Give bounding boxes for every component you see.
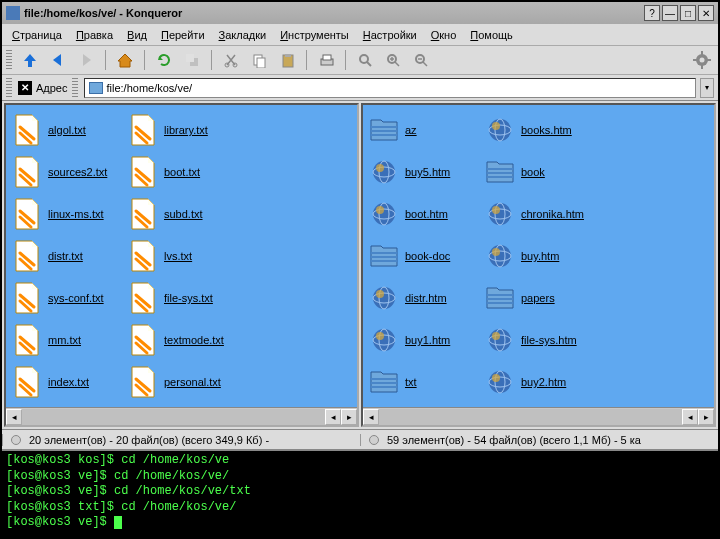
file-item[interactable]: library.txt [126, 109, 242, 151]
file-item[interactable]: hard.htm [367, 403, 483, 407]
file-label: algol.txt [48, 124, 86, 136]
refresh-button[interactable] [152, 48, 176, 72]
web-icon [485, 112, 515, 148]
clear-address-button[interactable]: ✕ [18, 81, 32, 95]
txt-icon [12, 238, 42, 274]
menu-item[interactable]: Помощь [464, 27, 519, 43]
addressbar-handle-2[interactable] [72, 78, 78, 98]
status-indicator-icon [11, 435, 21, 445]
svg-point-69 [492, 374, 500, 382]
file-item[interactable]: algol.htm [483, 403, 599, 407]
maximize-button[interactable]: □ [680, 5, 696, 21]
right-icon-grid: azbooks.htmbuy5.htmbookboot.htmchronika.… [363, 105, 714, 407]
file-item[interactable]: sources2.txt [10, 151, 126, 193]
file-item[interactable]: az [367, 109, 483, 151]
folder-icon [485, 280, 515, 316]
scroll-left-button[interactable]: ◂ [363, 409, 379, 425]
menu-item[interactable]: Закладки [213, 27, 273, 43]
file-label: file-sys.txt [164, 292, 213, 304]
svg-point-47 [492, 248, 500, 256]
scroll-left-button[interactable]: ◂ [682, 409, 698, 425]
menu-item[interactable]: Перейти [155, 27, 211, 43]
file-item[interactable]: file-sys.htm [483, 319, 599, 361]
zoom-out-button[interactable] [409, 48, 433, 72]
file-item[interactable]: sys-conf.txt [10, 277, 126, 319]
address-input[interactable]: file:/home/kos/ve/ [84, 78, 697, 98]
menu-item[interactable]: Правка [70, 27, 119, 43]
left-pane: algol.txtlibrary.txtsources2.txtboot.txt… [4, 103, 359, 427]
file-item[interactable]: boot.htm [367, 193, 483, 235]
left-scrollbar[interactable]: ◂ ◂ ▸ [6, 407, 357, 425]
scroll-left-button[interactable]: ◂ [6, 409, 22, 425]
svg-point-37 [489, 203, 511, 225]
forward-button[interactable] [74, 48, 98, 72]
toolbar-handle[interactable] [6, 50, 12, 70]
file-item[interactable]: internet.txt [126, 403, 242, 407]
file-item[interactable]: buy1.htm [367, 319, 483, 361]
help-button[interactable]: ? [644, 5, 660, 21]
file-item[interactable]: distr.txt [10, 235, 126, 277]
file-label: papers [521, 292, 555, 304]
file-item[interactable]: personal.txt [126, 361, 242, 403]
svg-point-14 [700, 58, 705, 63]
cut-button[interactable] [219, 48, 243, 72]
file-item[interactable]: linux-ms.txt [10, 193, 126, 235]
svg-point-44 [489, 245, 511, 267]
titlebar[interactable]: file:/home/kos/ve/ - Konqueror ? — □ ✕ [2, 2, 718, 24]
file-item[interactable]: index.txt [10, 361, 126, 403]
close-button[interactable]: ✕ [698, 5, 714, 21]
file-item[interactable]: subd.txt [126, 193, 242, 235]
paste-button[interactable] [275, 48, 299, 72]
file-item[interactable]: file-sys.txt [126, 277, 242, 319]
gear-button[interactable] [690, 48, 714, 72]
file-item[interactable]: book [483, 151, 599, 193]
file-item[interactable]: mm.txt [10, 319, 126, 361]
scrollbar-track[interactable] [22, 409, 325, 425]
find-button[interactable] [353, 48, 377, 72]
file-item[interactable]: chronika.htm [483, 193, 599, 235]
app-icon [6, 6, 20, 20]
window-title: file:/home/kos/ve/ - Konqueror [24, 7, 640, 19]
right-scrollbar[interactable]: ◂ ◂ ▸ [363, 407, 714, 425]
zoom-in-button[interactable] [381, 48, 405, 72]
menu-item[interactable]: Окно [425, 27, 463, 43]
file-item[interactable]: buy.htm [483, 235, 599, 277]
file-item[interactable]: lvs.txt [126, 235, 242, 277]
svg-rect-7 [285, 54, 291, 57]
copy-button[interactable] [247, 48, 271, 72]
file-item[interactable]: textmode.txt [126, 319, 242, 361]
file-item[interactable]: txt [367, 361, 483, 403]
menu-item[interactable]: Инструменты [274, 27, 355, 43]
scrollbar-track[interactable] [379, 409, 682, 425]
stop-button[interactable] [180, 48, 204, 72]
file-item[interactable]: buy5.htm [367, 151, 483, 193]
file-item[interactable]: book-doc [367, 235, 483, 277]
menu-item[interactable]: Настройки [357, 27, 423, 43]
file-item[interactable]: two-os.txt [10, 403, 126, 407]
menu-item[interactable]: Вид [121, 27, 153, 43]
file-item[interactable]: boot.txt [126, 151, 242, 193]
addressbar-handle[interactable] [6, 78, 12, 98]
minimize-button[interactable]: — [662, 5, 678, 21]
terminal[interactable]: [kos@kos3 kos]$ cd /home/kos/ve [kos@kos… [2, 449, 718, 537]
file-item[interactable]: papers [483, 277, 599, 319]
up-button[interactable] [18, 48, 42, 72]
address-dropdown[interactable]: ▾ [700, 78, 714, 98]
home-button[interactable] [113, 48, 137, 72]
left-pane-content[interactable]: algol.txtlibrary.txtsources2.txtboot.txt… [6, 105, 357, 407]
back-button[interactable] [46, 48, 70, 72]
file-item[interactable]: books.htm [483, 109, 599, 151]
file-label: personal.txt [164, 376, 221, 388]
svg-rect-41 [371, 252, 397, 254]
file-item[interactable]: buy2.htm [483, 361, 599, 403]
scroll-right-button[interactable]: ▸ [341, 409, 357, 425]
svg-rect-15 [701, 51, 703, 55]
right-pane-content[interactable]: azbooks.htmbuy5.htmbookboot.htmchronika.… [363, 105, 714, 407]
print-button[interactable] [314, 48, 338, 72]
file-item[interactable]: distr.htm [367, 277, 483, 319]
scroll-left-button[interactable]: ◂ [325, 409, 341, 425]
scroll-right-button[interactable]: ▸ [698, 409, 714, 425]
toolbar-separator [211, 50, 212, 70]
file-item[interactable]: algol.txt [10, 109, 126, 151]
menu-item[interactable]: Страница [6, 27, 68, 43]
